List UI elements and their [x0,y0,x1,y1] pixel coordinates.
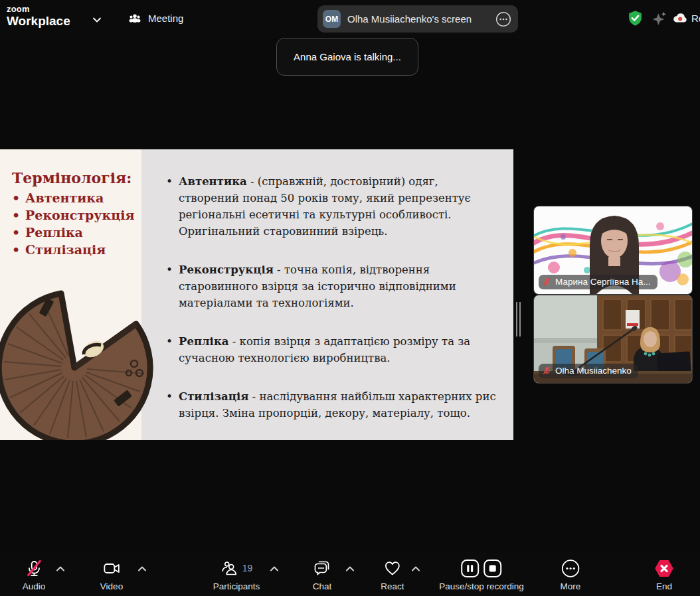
slide-term-list: Автентика Реконструкція Репліка Стилізац… [12,189,134,258]
tab-meeting[interactable]: Meeting [124,9,187,27]
participants-label: Participants [213,581,260,591]
more-button[interactable]: More [561,558,581,591]
participants-button[interactable]: 19 Participants [213,558,260,591]
term-item: Репліка [12,224,134,241]
mic-muted-icon [543,366,551,375]
participants-count-badge: 19 [242,563,253,573]
chat-button[interactable]: Chat [313,558,332,591]
react-options-chevron-icon[interactable] [410,564,422,573]
video-thumbnail-olha[interactable]: Olha Musiiachenko [533,295,693,384]
definition-item: Репліка - копія взірця з адаптацією розм… [166,333,501,366]
mic-muted-icon [543,277,551,286]
recording-indicator[interactable]: Re [672,11,700,25]
active-speaker-text: Anna Gaiova is talking... [294,51,401,62]
end-label: End [656,581,672,591]
chat-label: Chat [313,581,332,591]
participant-name: Olha Musiiachenko [555,366,632,376]
top-bar: zoom Workplace Meeting ОМ Olha Musiiache… [0,0,700,38]
video-thumbnail-marina[interactable]: Марина Сергіївна На... [533,206,693,295]
audio-label: Audio [23,581,46,591]
ellipsis-icon[interactable] [495,11,511,27]
garment-photo [0,285,162,440]
term-item: Стилізація [12,241,134,258]
definition-item: Стилізація - наслідування найбільш харак… [166,388,501,421]
video-options-chevron-icon[interactable] [136,564,148,573]
active-speaker-toast: Anna Gaiova is talking... [276,38,418,76]
avatar: ОМ [323,10,341,28]
participant-nametag: Olha Musiiachenko [539,364,638,378]
logo-zoom-text: zoom [7,5,70,14]
definition-item: Реконструкція - точна копія, відтворення… [166,261,501,311]
meeting-tab-label: Meeting [148,13,183,24]
people-group-icon [128,11,142,25]
pause-stop-recording-button[interactable]: Pause/stop recording [439,558,524,591]
participants-icon [220,559,239,578]
shared-screen-title-pill[interactable]: ОМ Olha Musiiachenko's screen [317,5,518,33]
recording-label: Re [691,13,700,24]
stop-recording-icon[interactable] [483,559,502,578]
heart-icon [383,558,402,578]
react-button[interactable]: React [381,558,404,591]
audio-options-chevron-icon[interactable] [54,564,66,573]
end-button[interactable]: End [655,558,674,591]
audio-button[interactable]: Audio [23,558,46,591]
more-label: More [561,581,581,591]
term-item: Реконструкція [12,206,134,224]
camera-icon [102,558,121,578]
video-button[interactable]: Video [100,558,123,591]
react-label: React [381,581,404,591]
shared-screen-title: Olha Musiiachenko's screen [347,13,472,25]
pause-recording-icon[interactable] [460,559,480,578]
shared-screen-content: Термінологія: Автентика Реконструкція Ре… [0,149,513,440]
zoom-workplace-logo: zoom Workplace [7,5,70,28]
chevron-down-icon[interactable] [91,14,103,26]
slide-definitions: Автентика - (справжній, достовірний) одя… [166,173,501,440]
pause-stop-recording-label: Pause/stop recording [439,581,524,591]
end-hexagon-icon [655,558,674,578]
participant-nametag: Марина Сергіївна На... [539,275,657,289]
logo-workplace-text: Workplace [7,14,70,28]
participants-options-chevron-icon[interactable] [268,564,280,573]
mic-muted-icon [25,558,44,578]
slide-title: Термінологія: [12,169,131,186]
cloud-recording-icon [672,11,688,25]
meeting-toolbar: Audio Video 19 Partici [0,552,700,596]
panel-resize-handle[interactable] [516,302,521,336]
chat-options-chevron-icon[interactable] [344,564,356,573]
term-item: Автентика [12,189,134,206]
more-ellipsis-icon [561,558,580,578]
security-shield-icon[interactable] [627,10,644,27]
chat-icon [313,558,332,578]
definition-item: Автентика - (справжній, достовірний) одя… [166,173,501,240]
ai-companion-sparkle-icon[interactable] [651,10,667,27]
participant-name: Марина Сергіївна На... [555,277,651,287]
video-label: Video [100,581,123,591]
